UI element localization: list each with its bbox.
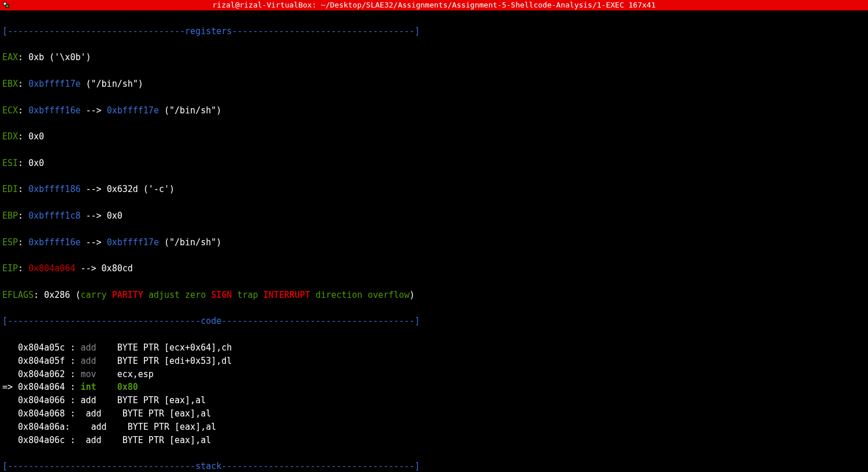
terminal-output[interactable]: [----------------------------------regis… — [0, 10, 868, 472]
code-line: 0x804a06c : add BYTE PTR [eax],al — [2, 434, 866, 447]
window-title: rizal@rizal-VirtualBox: ~/Desktop/SLAE32… — [212, 0, 655, 11]
svg-rect-1 — [6, 5, 9, 8]
code-line: 0x804a06a: add BYTE PTR [eax],al — [2, 421, 866, 434]
reg-esp: ESP: 0xbffff16e --> 0xbffff17e ("/bin/sh… — [2, 236, 866, 249]
code-line: 0x804a062 : mov ecx,esp — [2, 368, 866, 381]
reg-edi: EDI: 0xbffff186 --> 0x632d ('-c') — [2, 183, 866, 196]
code-line: 0x804a066 : add BYTE PTR [eax],al — [2, 394, 866, 407]
reg-edx: EDX: 0x0 — [2, 130, 866, 143]
code-line: => 0x804a064 : int 0x80 — [2, 381, 866, 394]
code-line: 0x804a05c : add BYTE PTR [ecx+0x64],ch — [2, 341, 866, 355]
reg-eax: EAX: 0xb ('\x0b') — [2, 51, 866, 64]
section-code-header: [-------------------------------------co… — [2, 315, 866, 328]
code-line: 0x804a068 : add BYTE PTR [eax],al — [2, 407, 866, 421]
reg-eflags: EFLAGS: 0x286 (carry PARITY adjust zero … — [2, 289, 866, 302]
reg-eip: EIP: 0x804a064 --> 0x80cd — [2, 262, 866, 275]
section-stack-header: [------------------------------------sta… — [2, 460, 866, 472]
reg-ecx: ECX: 0xbffff16e --> 0xbffff17e ("/bin/sh… — [2, 104, 866, 117]
window-system-icon — [2, 1, 10, 9]
reg-ebp: EBP: 0xbffff1c8 --> 0x0 — [2, 209, 866, 223]
window-titlebar: rizal@rizal-VirtualBox: ~/Desktop/SLAE32… — [0, 0, 868, 10]
reg-esi: ESI: 0x0 — [2, 157, 866, 170]
section-registers-header: [----------------------------------regis… — [2, 25, 866, 38]
reg-ebx: EBX: 0xbffff17e ("/bin/sh") — [2, 78, 866, 91]
code-line: 0x804a05f : add BYTE PTR [edi+0x53],dl — [2, 355, 866, 368]
